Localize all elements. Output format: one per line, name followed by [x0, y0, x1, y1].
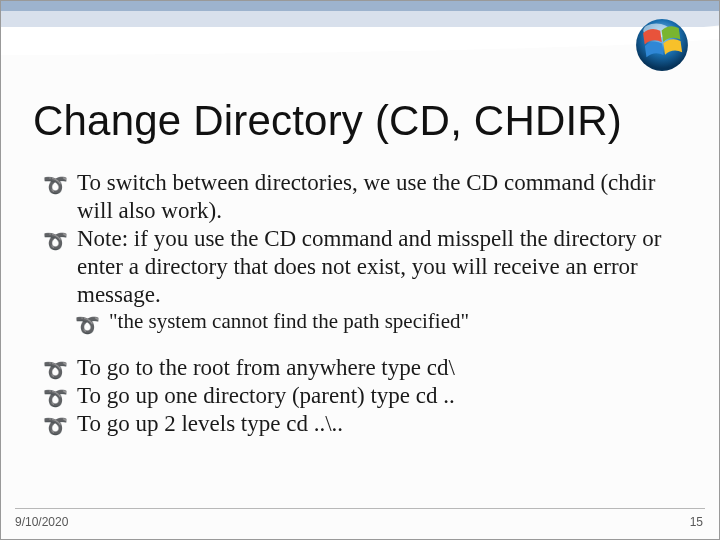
swoosh-band	[1, 27, 719, 55]
bullet-item: To go up one directory (parent) type cd …	[43, 382, 677, 410]
footer-date: 9/10/2020	[15, 515, 68, 529]
bullet-text: "the system cannot find the path specifi…	[109, 309, 469, 335]
spacer	[43, 336, 677, 354]
bullet-item-sub: "the system cannot find the path specifi…	[75, 309, 677, 336]
bullet-decor-icon	[43, 413, 77, 440]
bullet-item: To go up 2 levels type cd ..\..	[43, 410, 677, 438]
bullet-item: To switch between directories, we use th…	[43, 169, 677, 225]
bullet-text: To go up 2 levels type cd ..\..	[77, 410, 343, 438]
bullet-decor-icon	[75, 312, 109, 339]
bullet-decor-icon	[43, 385, 77, 412]
bullet-text: To go to the root from anywhere type cd\	[77, 354, 455, 382]
slide-body: To switch between directories, we use th…	[43, 169, 677, 438]
footer-divider	[15, 508, 705, 509]
bullet-text: To go up one directory (parent) type cd …	[77, 382, 455, 410]
bullet-item: To go to the root from anywhere type cd\	[43, 354, 677, 382]
bullet-decor-icon	[43, 172, 77, 199]
bullet-decor-icon	[43, 228, 77, 255]
bullet-text: To switch between directories, we use th…	[77, 169, 677, 225]
bullet-decor-icon	[43, 357, 77, 384]
slide-title: Change Directory (CD, CHDIR)	[33, 97, 622, 145]
bullet-item: Note: if you use the CD command and miss…	[43, 225, 677, 309]
windows-logo-icon	[623, 9, 701, 81]
footer-page-number: 15	[690, 515, 703, 529]
bullet-text: Note: if you use the CD command and miss…	[77, 225, 677, 309]
header-swoosh-decoration	[1, 1, 719, 85]
